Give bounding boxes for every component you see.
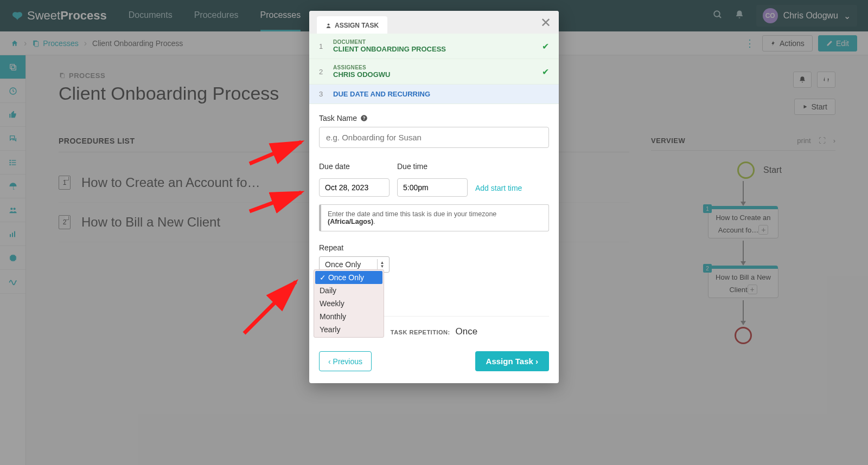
assign-task-button[interactable]: Assign Task › [475, 351, 549, 371]
step-assignees[interactable]: 2 ASSIGNEESCHRIS ODOGWU ✔ [309, 59, 559, 85]
svg-text:?: ? [363, 116, 366, 121]
repeat-option[interactable]: Once Only [315, 271, 382, 284]
repeat-option[interactable]: Monthly [315, 310, 382, 323]
help-icon[interactable]: ? [360, 114, 368, 122]
due-date-label: Due date [319, 162, 390, 171]
repeat-option[interactable]: Yearly [315, 323, 382, 336]
repeat-dropdown: Once Only Daily Weekly Monthly Yearly [314, 269, 384, 338]
step-document[interactable]: 1 DOCUMENTCLIENT ONBOARDING PROCESS ✔ [309, 34, 559, 59]
close-icon[interactable]: ✕ [540, 15, 551, 30]
due-time-label: Due time [397, 162, 468, 171]
due-time-input[interactable] [397, 178, 468, 197]
timezone-hint: Enter the date and time this task is due… [319, 204, 549, 231]
step-due-date[interactable]: 3 DUE DATE AND RECURRING [309, 85, 559, 104]
task-name-input[interactable] [319, 127, 549, 148]
select-caret-icon: ▲▼ [377, 259, 387, 270]
assign-task-modal: ASSIGN TASK ✕ 1 DOCUMENTCLIENT ONBOARDIN… [309, 11, 559, 383]
previous-button[interactable]: ‹ Previous [319, 351, 372, 371]
modal-tab[interactable]: ASSIGN TASK [317, 16, 387, 34]
check-icon: ✔ [542, 41, 549, 51]
due-date-input[interactable] [319, 178, 390, 197]
repeat-label: Repeat [319, 243, 549, 252]
repetition-label: TASK REPETITION: [391, 329, 450, 335]
add-start-time[interactable]: Add start time [475, 184, 522, 192]
check-icon: ✔ [542, 67, 549, 77]
repeat-option[interactable]: Weekly [315, 297, 382, 310]
repeat-option[interactable]: Daily [315, 284, 382, 297]
task-name-label: Task Name ? [319, 114, 549, 122]
svg-point-20 [328, 23, 330, 25]
repetition-value: Once [456, 326, 478, 337]
